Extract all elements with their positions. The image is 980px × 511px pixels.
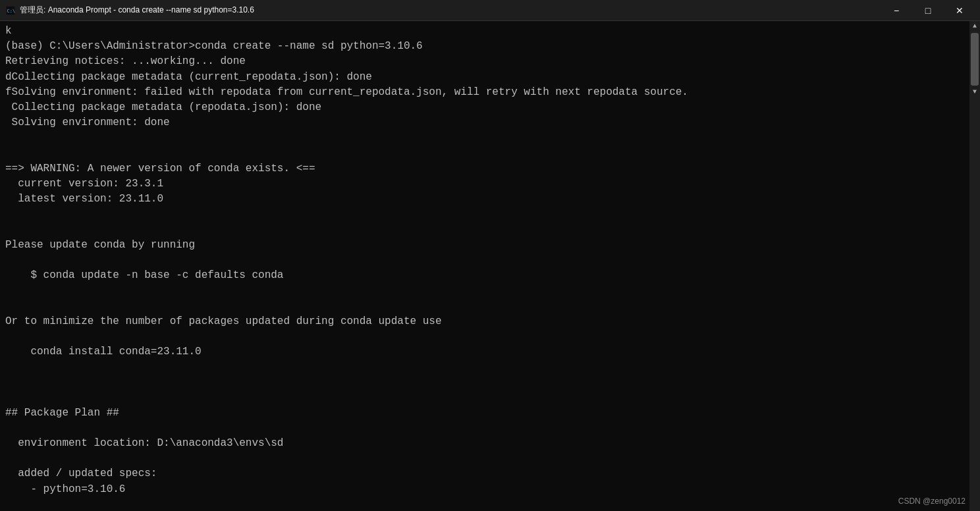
terminal-output: k (base) C:\Users\Administrator>conda cr… <box>5 24 975 497</box>
scroll-down-button[interactable]: ▼ <box>969 87 980 97</box>
scrollbar[interactable]: ▲ ▼ <box>969 21 980 511</box>
terminal-content: k (base) C:\Users\Administrator>conda cr… <box>0 21 980 511</box>
title-bar-left: C:\ 管理员: Anaconda Prompt - conda create … <box>5 5 254 16</box>
scroll-thumb[interactable] <box>971 33 979 86</box>
watermark: CSDN @zeng0012 <box>898 496 966 507</box>
terminal-icon: C:\ <box>5 5 16 16</box>
maximize-button[interactable]: □ <box>913 0 943 21</box>
close-button[interactable]: ✕ <box>944 0 975 21</box>
title-bar: C:\ 管理员: Anaconda Prompt - conda create … <box>0 0 980 21</box>
minimize-button[interactable]: − <box>881 0 912 21</box>
window-title: 管理员: Anaconda Prompt - conda create --na… <box>20 5 254 16</box>
title-bar-controls: − □ ✕ <box>881 0 975 21</box>
scroll-up-button[interactable]: ▲ <box>969 21 980 32</box>
svg-text:C:\: C:\ <box>7 9 16 14</box>
